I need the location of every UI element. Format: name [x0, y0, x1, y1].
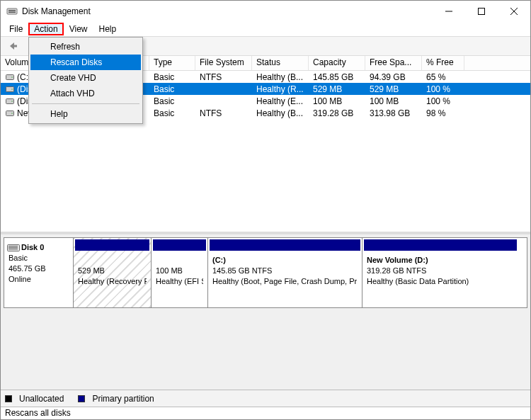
cell-free: 529 MB [365, 84, 422, 94]
cell-pct: 98 % [422, 108, 464, 118]
menu-view[interactable]: View [64, 23, 93, 35]
cell-pct: 100 % [422, 84, 464, 94]
svg-rect-17 [8, 249, 18, 249]
disk-map-pane: Disk 0 Basic 465.75 GB Online 529 MBHeal… [1, 234, 530, 390]
partition[interactable]: (C:)145.85 GB NTFSHealthy (Boot, Page Fi… [208, 238, 362, 307]
legend: Unallocated Primary partition [1, 390, 530, 407]
cell-free: 94.39 GB [365, 72, 422, 82]
partition-title: New Volume (D:) [367, 255, 514, 266]
partition-status: Healthy (Boot, Page File, Crash Dump, Pr… [212, 276, 358, 287]
back-button[interactable] [5, 38, 21, 54]
cell-pct: 65 % [422, 72, 464, 82]
statusbar: Rescans all disks [1, 407, 530, 419]
partition-title: (C:) [212, 255, 358, 266]
menu-action[interactable]: Action [28, 23, 63, 35]
menu-rescan-disks[interactable]: Rescan Disks [30, 55, 141, 70]
disk-size: 465.75 GB [8, 263, 69, 274]
svg-rect-4 [13, 45, 17, 47]
legend-unallocated: Unallocated [19, 394, 64, 404]
drive-icon [5, 109, 15, 118]
cell-free: 100 MB [365, 96, 422, 106]
svg-rect-6 [6, 75, 14, 80]
cell-capacity: 100 MB [309, 96, 365, 106]
minimize-button[interactable] [433, 1, 465, 22]
col-file-system[interactable]: File System [195, 56, 252, 70]
svg-rect-2 [8, 12, 16, 13]
col-spacer [464, 56, 530, 70]
disk-management-icon [6, 6, 18, 17]
swatch-primary [78, 395, 85, 402]
drive-icon [5, 97, 15, 106]
cell-type: Basic [149, 96, 195, 106]
col-type-label: Type [154, 57, 172, 67]
svg-rect-1 [8, 10, 16, 11]
cell-status: Healthy (E... [252, 96, 309, 106]
svg-rect-3 [479, 8, 485, 15]
action-menu-dropdown: Refresh Rescan Disks Create VHD Attach V… [28, 37, 143, 124]
partition-status: Healthy (EFI System Partition) [156, 276, 203, 287]
cell-capacity: 145.85 GB [309, 72, 365, 82]
partition-size: 319.28 GB NTFS [367, 266, 514, 276]
legend-primary: Primary partition [92, 394, 154, 404]
col-status-label: Status [256, 57, 280, 67]
partition[interactable]: 100 MBHealthy (EFI System Partition) [152, 238, 208, 307]
svg-point-9 [11, 89, 13, 91]
menu-create-vhd[interactable]: Create VHD [30, 70, 141, 86]
titlebar: Disk Management [1, 1, 530, 22]
swatch-unallocated [5, 395, 12, 402]
col-free-label: Free Spa... [370, 57, 411, 67]
cell-status: Healthy (B... [252, 72, 309, 82]
svg-point-13 [11, 113, 13, 115]
col-pct-free[interactable]: % Free [422, 56, 464, 70]
cell-status: Healthy (B... [252, 108, 309, 118]
disk-info[interactable]: Disk 0 Basic 465.75 GB Online [4, 238, 74, 307]
col-free-space[interactable]: Free Spa... [365, 56, 422, 70]
cell-pct: 100 % [422, 96, 464, 106]
disk-strip: Disk 0 Basic 465.75 GB Online 529 MBHeal… [4, 237, 527, 308]
col-capacity-label: Capacity [313, 57, 346, 67]
svg-rect-16 [8, 247, 18, 248]
window-controls [433, 1, 530, 22]
cell-free: 313.98 GB [365, 108, 422, 118]
col-capacity[interactable]: Capacity [309, 56, 365, 70]
cell-type: Basic [149, 72, 195, 82]
partition-status: Healthy (Recovery Partition) [78, 276, 147, 287]
svg-rect-10 [6, 99, 14, 104]
svg-rect-12 [6, 111, 14, 116]
col-type[interactable]: Type [149, 56, 195, 70]
partition-size: 145.85 GB NTFS [212, 266, 358, 276]
cell-capacity: 529 MB [309, 84, 365, 94]
menu-help[interactable]: Help [93, 23, 122, 35]
disk-state: Online [8, 274, 69, 285]
col-pct-label: % Free [426, 57, 454, 67]
svg-rect-15 [8, 246, 18, 246]
cell-status: Healthy (R... [252, 84, 309, 94]
menu-refresh[interactable]: Refresh [30, 39, 141, 55]
cell-capacity: 319.28 GB [309, 108, 365, 118]
menubar: File Action View Help [1, 22, 530, 36]
cell-type: Basic [149, 84, 195, 94]
menu-help-item[interactable]: Help [30, 106, 141, 122]
maximize-button[interactable] [465, 1, 498, 22]
svg-point-7 [11, 77, 13, 79]
menu-file[interactable]: File [4, 23, 28, 35]
menu-separator [32, 103, 139, 104]
disk-id: Disk 0 [21, 242, 69, 253]
partition-status: Healthy (Basic Data Partition) [367, 276, 514, 287]
cell-fs: NTFS [195, 108, 252, 118]
disk-icon [7, 243, 20, 256]
svg-rect-0 [7, 8, 17, 14]
drive-icon [5, 85, 15, 93]
partition[interactable]: 529 MBHealthy (Recovery Partition) [74, 238, 152, 307]
svg-rect-8 [6, 87, 14, 92]
partition[interactable]: New Volume (D:)319.28 GB NTFSHealthy (Ba… [362, 238, 518, 307]
close-button[interactable] [498, 1, 530, 22]
svg-point-11 [11, 101, 13, 103]
col-fs-label: File System [200, 57, 244, 67]
cell-fs: NTFS [195, 72, 252, 82]
window-title: Disk Management [22, 6, 91, 16]
statusbar-text: Rescans all disks [5, 408, 71, 418]
cell-type: Basic [149, 108, 195, 118]
menu-attach-vhd[interactable]: Attach VHD [30, 86, 141, 101]
col-status[interactable]: Status [252, 56, 309, 70]
